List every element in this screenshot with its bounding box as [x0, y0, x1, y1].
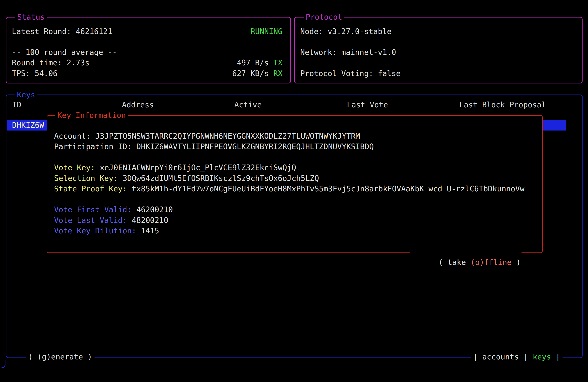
- vote-last-valid-value: 48200210: [132, 215, 168, 226]
- keys-panel-title: Keys: [15, 89, 37, 100]
- protocol-voting-value: Protocol Voting: false: [300, 68, 401, 79]
- row-participation-id: DHKIZ6W: [12, 120, 44, 130]
- column-header-active: Active: [234, 100, 262, 110]
- rx-rate-value: 627 KB/s: [232, 68, 269, 79]
- selection-key-value: 3DQw64zdIUMt5EfOSRBIKsczlSz9chTsOx6oJch5…: [123, 173, 319, 184]
- participation-id-label: Participation ID:: [54, 141, 132, 152]
- vote-key-dilution-label: Vote Key Dilution:: [54, 226, 136, 236]
- column-header-id: ID: [12, 100, 21, 110]
- node-state-badge: RUNNING: [251, 26, 283, 37]
- round-time-value: Round time: 2.73s: [12, 58, 89, 68]
- latest-round-value: Latest Round: 46216121: [12, 26, 112, 37]
- state-proof-key-label: State Proof Key:: [54, 184, 127, 194]
- vote-key-value: xeJ0ENIACWNrpYi0r6IjOc_PlcVCE9lZ32EkciSw…: [100, 162, 296, 173]
- tx-label: TX: [273, 58, 283, 68]
- tab-separator: |: [524, 352, 528, 362]
- vote-first-valid-value: 46200210: [136, 204, 173, 215]
- state-proof-key-value: tx85kM1h-dY1Fd7w7oNCgFUeUiBdFYoeH8MxPhTv…: [132, 184, 525, 194]
- status-panel: Status Latest Round: 46216121 RUNNING --…: [6, 17, 291, 84]
- tps-value: TPS: 54.06: [12, 68, 58, 79]
- vote-key-label: Vote Key:: [54, 162, 95, 173]
- node-version-value: Node: v3.27.0-stable: [300, 26, 392, 37]
- tx-rate-value: 497 B/s: [237, 58, 269, 68]
- take-offline-prefix: ( take: [439, 258, 470, 267]
- vote-first-valid-label: Vote First Valid:: [54, 204, 132, 215]
- take-offline-hotkey: (o)ffline: [471, 258, 512, 267]
- protocol-panel: Protocol Node: v3.27.0-stable Network: m…: [294, 17, 583, 84]
- round-average-header: -- 100 round average --: [12, 47, 117, 58]
- network-value: Network: mainnet-v1.0: [300, 47, 396, 58]
- participation-id-value: DHKIZ6WAVTYLIIPNFPEOVGLKZGNBYRI2RQEQJHLT…: [136, 141, 374, 152]
- key-information-title: Key Information: [55, 110, 128, 121]
- border-corner-artifact: [1, 360, 5, 368]
- tab-keys-active[interactable]: keys: [533, 352, 551, 362]
- protocol-panel-title: Protocol: [304, 12, 344, 22]
- terminal-screen: Status Latest Round: 46216121 RUNNING --…: [0, 0, 588, 382]
- column-header-last-block-proposal: Last Block Proposal: [459, 100, 546, 110]
- generate-button[interactable]: ( (g)enerate ): [26, 352, 94, 362]
- rx-label: RX: [273, 68, 283, 79]
- vote-last-valid-label: Vote Last Valid:: [54, 215, 127, 226]
- selection-key-label: Selection Key:: [54, 173, 118, 184]
- take-offline-button[interactable]: ( take (o)ffline ): [410, 247, 522, 257]
- tab-separator: |: [473, 352, 478, 362]
- status-panel-title: Status: [15, 12, 47, 22]
- column-header-address: Address: [122, 100, 154, 110]
- tab-separator: |: [556, 352, 560, 362]
- account-label: Account:: [54, 131, 91, 141]
- key-information-modal: Key Information Account: J3JPZTQ5NSW3TAR…: [47, 115, 543, 253]
- column-header-last-vote: Last Vote: [347, 100, 388, 110]
- view-tabs: | accounts | keys |: [471, 352, 563, 362]
- take-offline-suffix: ): [512, 258, 521, 267]
- account-value: J3JPZTQ5NSW3TARRC2QIYPGNWNH6NEYGGNXXKODL…: [95, 131, 360, 141]
- vote-key-dilution-value: 1415: [141, 226, 159, 236]
- tab-accounts[interactable]: accounts: [482, 352, 519, 362]
